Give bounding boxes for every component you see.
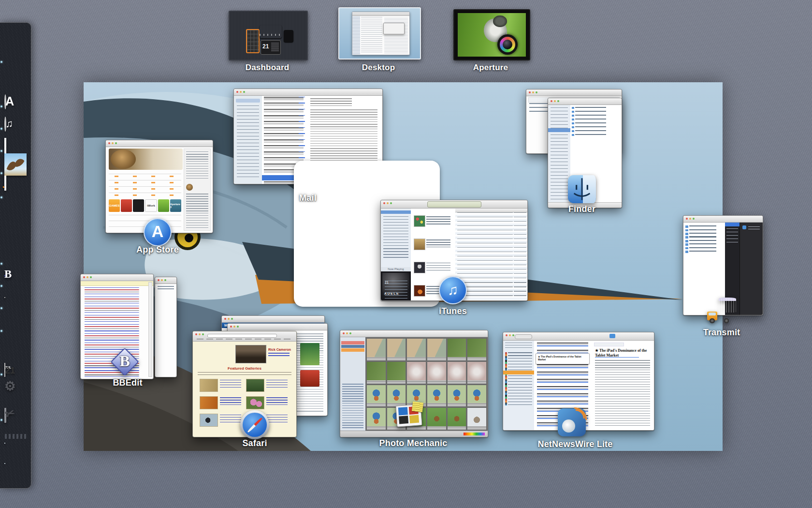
- selected-article[interactable]: ★ The iPad's Dominance of the Tablet Mar…: [536, 353, 590, 364]
- bbedit-palette-window[interactable]: [155, 277, 177, 377]
- space-thumbnail-dashboard[interactable]: 21: [229, 11, 308, 60]
- safari-icon[interactable]: [240, 410, 269, 439]
- address-bar[interactable]: [207, 334, 277, 338]
- appstore-sidebar: [184, 149, 211, 231]
- refresh-button[interactable]: [609, 334, 615, 338]
- favorite-orange: [341, 348, 364, 352]
- favorite-blue: [341, 345, 364, 348]
- intro-paragraph: [198, 372, 291, 376]
- dock-item-mail[interactable]: [4, 140, 27, 162]
- itunes-ratings-column: [514, 212, 526, 299]
- dock-item-launchpad[interactable]: [4, 73, 27, 95]
- gallery-thumb-forest[interactable]: [246, 379, 264, 392]
- site-owner: Rick Cameron: [268, 348, 291, 351]
- window-titlebar: [222, 316, 324, 323]
- running-indicator: [0, 374, 2, 375]
- page-image: [300, 343, 319, 365]
- cluster-label-finder: Finder: [553, 204, 611, 214]
- dock-item-aperture[interactable]: [4, 320, 27, 342]
- itunes-sidebar: Now Playing ADELE 21: [381, 209, 411, 300]
- dock-item-photomechanic[interactable]: [4, 297, 27, 319]
- space-label-dashboard: Dashboard: [233, 63, 301, 73]
- itunes-lcd-display: [427, 201, 481, 208]
- itunes-selected-library: [381, 210, 411, 214]
- selected-feed[interactable]: [503, 371, 534, 374]
- gallery-thumb-flowers[interactable]: [246, 396, 264, 409]
- now-playing-caption: Now Playing: [381, 267, 411, 271]
- dock-item-bbedit[interactable]: B: [4, 275, 27, 297]
- running-indicator: [0, 196, 2, 198]
- camera-lens: [497, 34, 518, 55]
- article-link[interactable]: [595, 357, 639, 359]
- featured-galleries-heading: Featured Galleries: [193, 366, 296, 371]
- dock-item-appstore[interactable]: A: [4, 95, 27, 118]
- photo-mechanic-icon[interactable]: [395, 402, 423, 430]
- space-thumbnail-aperture[interactable]: [453, 9, 530, 60]
- running-indicator: [0, 419, 2, 421]
- window-titlebar: [155, 277, 176, 284]
- dock-item-twitter[interactable]: [4, 209, 27, 231]
- promo-games: GAMES: [109, 199, 120, 212]
- cluster-label-mail: Mail: [279, 193, 337, 203]
- window-titlebar: [526, 90, 622, 96]
- finder-icon[interactable]: [568, 175, 596, 203]
- gallery-thumb-duck[interactable]: [200, 414, 218, 427]
- dock-item-safari[interactable]: [4, 162, 27, 184]
- itunes-icon[interactable]: ♫: [439, 276, 467, 304]
- itunes-now-playing: Now Playing ADELE 21: [381, 271, 411, 300]
- netnewswire-reading-pane: ★ The iPad's Dominance of the Tablet Mar…: [591, 341, 654, 430]
- mission-control: 21 Dashboard Desktop Aperture GAMES iWor…: [0, 0, 812, 508]
- running-indicator: [0, 285, 2, 287]
- transmit-icon[interactable]: [707, 295, 737, 325]
- dock-item-finder[interactable]: [4, 51, 27, 73]
- dock-item-netnewswire[interactable]: [4, 186, 27, 209]
- app-store-icon[interactable]: A: [144, 218, 172, 246]
- running-indicator: [0, 61, 2, 63]
- gallery-thumb-fox[interactable]: [200, 396, 218, 409]
- article-source-bar: [594, 343, 624, 346]
- dock-item-trash[interactable]: [4, 483, 27, 506]
- appstore-star-ratings: [109, 173, 181, 198]
- running-indicator: [0, 172, 2, 174]
- cluster-label-appstore: App Store: [124, 245, 191, 255]
- running-indicator: [0, 128, 2, 130]
- window-titlebar: [381, 200, 527, 209]
- netnewswire-icon[interactable]: [558, 408, 586, 436]
- color-profile-strip: [464, 433, 485, 435]
- dock-item-stickies[interactable]: [4, 342, 27, 364]
- dock-item-documents-folder[interactable]: [4, 443, 27, 465]
- finder-sidebar: [548, 105, 571, 208]
- itunes-icon: ♫: [4, 117, 6, 132]
- dock-item-downloads-folder[interactable]: [4, 463, 27, 485]
- window-titlebar: [548, 98, 622, 105]
- bookmarks-bar: [197, 338, 292, 340]
- space-thumbnail-desktop[interactable]: [338, 7, 421, 60]
- promo-angrybirds: [158, 199, 169, 212]
- dock-item-itunes[interactable]: ♫: [4, 118, 27, 140]
- running-indicator: [0, 150, 2, 152]
- promo-arcade: [133, 199, 144, 212]
- space-label-aperture: Aperture: [457, 63, 524, 73]
- dock-item-ichat[interactable]: [4, 231, 27, 253]
- mail-sidebar: [234, 96, 262, 184]
- window-titlebar: [106, 140, 213, 147]
- gallery-thumb-fish[interactable]: [200, 379, 218, 392]
- contact-links: [268, 353, 290, 358]
- transmit-server-icon: [742, 225, 746, 229]
- bbedit-icon[interactable]: B: [110, 347, 140, 377]
- toolbar-buttons[interactable]: [515, 334, 532, 339]
- appstore-lion-banner: [109, 149, 183, 170]
- promo-aperture: Aperture 3: [170, 199, 181, 212]
- promo-iwork: iWork: [145, 199, 157, 212]
- ical-icon: JUL 21: [4, 363, 5, 377]
- dock-separator: [5, 434, 26, 439]
- dock-item-system-preferences[interactable]: ⚙: [4, 387, 27, 409]
- scissors-capture-icon: ✂: [4, 408, 6, 423]
- dashboard-calculator-widget: [246, 29, 260, 53]
- photomechanic-sidebar: [340, 337, 366, 431]
- netnewswire-feed-sidebar: [503, 341, 535, 430]
- dock-item-screen-capture[interactable]: ✂: [4, 409, 27, 431]
- folder-tree: [342, 384, 363, 429]
- window-titlebar: [503, 332, 654, 341]
- bbedit-scrollbar[interactable]: [148, 282, 152, 377]
